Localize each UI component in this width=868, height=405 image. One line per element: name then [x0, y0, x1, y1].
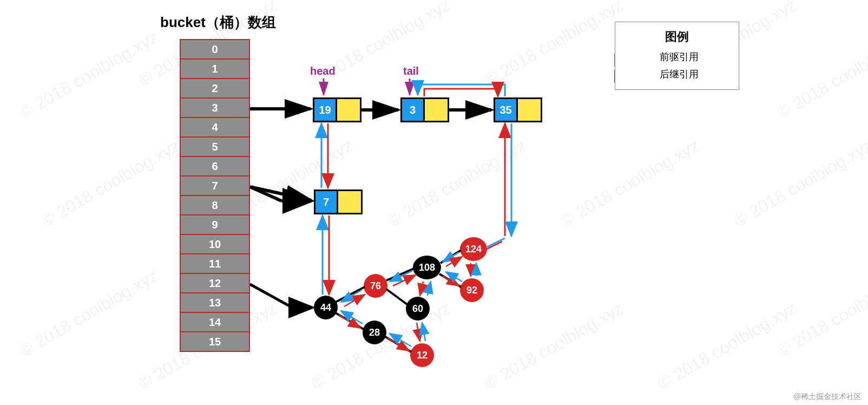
watermark: © 2018 coolblog.xyz [384, 135, 529, 231]
svg-line-72 [417, 323, 420, 341]
node-pointer [518, 99, 541, 121]
bucket-cell: 2 [180, 78, 250, 99]
node-value: 7 [315, 191, 338, 213]
svg-line-40 [250, 187, 281, 201]
node-pointer [337, 99, 360, 121]
bucket-cell: 5 [180, 136, 250, 157]
watermark: © 2018 coolblog.xyz [774, 265, 868, 361]
bucket-cell: 13 [180, 292, 250, 313]
svg-line-74 [420, 282, 423, 296]
svg-line-66 [390, 271, 412, 282]
watermark: © 2018 coolblog.xyz [482, 0, 627, 90]
svg-line-77 [390, 334, 411, 347]
svg-line-67 [393, 275, 416, 286]
attribution-text: @稀土掘金技术社区 [793, 392, 862, 402]
bucket-cell: 1 [180, 58, 250, 79]
list-node-3: 3 [400, 97, 449, 122]
watermark: © 2018 coolblog.xyz [16, 265, 161, 361]
tree-node-92: 92 [460, 278, 484, 302]
node-value: 35 [495, 99, 518, 121]
watermark: © 2018 coolblog.xyz [482, 298, 627, 393]
tree-node-44: 44 [314, 296, 338, 319]
svg-line-54 [385, 337, 411, 352]
node-value: 3 [402, 99, 425, 121]
svg-line-69 [446, 257, 462, 266]
svg-line-11 [250, 187, 311, 200]
svg-line-13 [250, 187, 311, 200]
legend-title: 图例 [628, 29, 726, 45]
svg-line-76 [387, 338, 409, 351]
svg-line-56 [439, 274, 461, 287]
svg-line-42 [250, 284, 292, 308]
watermark: © 2018 coolblog.xyz [774, 27, 868, 122]
svg-line-57 [341, 290, 361, 302]
bucket-array: 0 1 2 3 4 5 6 7 8 9 10 11 12 13 14 15 [180, 40, 250, 352]
svg-line-58 [344, 295, 365, 306]
bucket-cell: 15 [180, 331, 250, 352]
bucket-cell: 6 [180, 156, 250, 177]
tree-node-76: 76 [364, 274, 387, 298]
svg-line-78 [339, 315, 360, 328]
svg-line-5 [250, 187, 311, 200]
svg-line-73 [422, 323, 425, 341]
bucket-cell: 4 [180, 117, 250, 138]
node-pointer [338, 191, 361, 213]
svg-line-21 [250, 186, 312, 201]
svg-line-51 [336, 313, 364, 329]
svg-line-12 [250, 187, 311, 200]
bucket-cell: 11 [180, 253, 250, 274]
list-node-19: 19 [313, 97, 361, 122]
watermark: © 2018 coolblog.xyz [655, 298, 800, 393]
svg-line-70 [443, 276, 459, 286]
list-node-35: 35 [494, 97, 542, 122]
list-node-7: 7 [314, 190, 363, 214]
svg-line-24 [250, 186, 312, 201]
svg-line-23 [250, 186, 312, 201]
bucket-cell: 14 [180, 312, 250, 332]
svg-line-50 [336, 287, 365, 302]
bucket-cell: 8 [180, 195, 250, 215]
svg-line-79 [341, 311, 363, 324]
legend-next-label: 后继引用 [660, 68, 699, 81]
legend-prev-label: 前驱引用 [660, 50, 699, 63]
svg-line-53 [386, 269, 414, 280]
svg-line-68 [443, 252, 459, 262]
bucket-cell: 10 [180, 234, 250, 254]
legend-box: 图例 前驱引用 后继引用 [615, 22, 739, 90]
tree-node-28: 28 [363, 321, 386, 344]
svg-line-75 [428, 282, 431, 296]
node-value: 19 [314, 99, 337, 121]
bucket-cell: 12 [180, 273, 250, 293]
tree-node-124: 124 [460, 237, 487, 261]
legend-row-next: 后继引用 [628, 68, 726, 81]
node-pointer [425, 99, 448, 121]
tail-label: tail [403, 65, 419, 77]
bucket-cell: 9 [180, 214, 250, 235]
tree-node-108: 108 [413, 256, 441, 279]
diagram-title: bucket（桶）数组 [160, 13, 276, 32]
svg-line-22 [250, 186, 312, 201]
bucket-cell: 0 [180, 39, 250, 60]
svg-line-52 [386, 289, 407, 304]
tree-node-60: 60 [406, 297, 430, 321]
watermark: © 2018 coolblog.xyz [16, 27, 161, 122]
legend-row-prev: 前驱引用 [628, 50, 726, 63]
svg-line-55 [440, 250, 461, 263]
watermark: © 2018 coolblog.xyz [731, 135, 868, 231]
watermark: © 2018 coolblog.xyz [38, 135, 183, 231]
head-label: head [310, 65, 336, 77]
watermark: © 2018 coolblog.xyz [557, 135, 702, 231]
bucket-cell: 7 [180, 175, 250, 196]
svg-line-71 [446, 272, 462, 282]
bucket-cell: 3 [180, 97, 250, 118]
tree-node-12: 12 [410, 343, 434, 367]
